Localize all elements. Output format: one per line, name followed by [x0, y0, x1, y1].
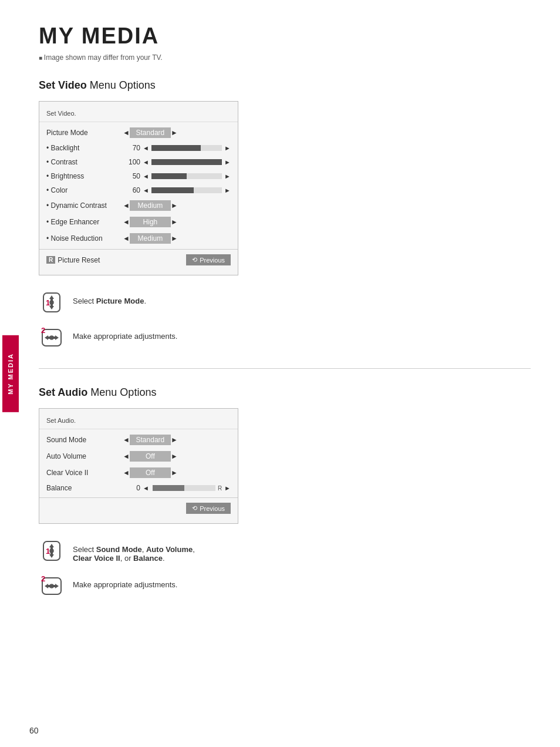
set-video-box-title: Set Video. [39, 106, 238, 122]
audio-footer-row: ⟲ Previous [39, 497, 238, 519]
page-title: MY MEDIA [39, 23, 531, 49]
up-down-remote-icon: 1 [39, 290, 65, 315]
svg-rect-8 [48, 337, 55, 339]
video-footer-row: R Picture Reset ⟲ Previous [39, 249, 238, 270]
audio-step-1: 1 Select Sound Mode, Auto Volume, Clear … [39, 538, 531, 564]
main-content: MY MEDIA Image shown may differ from you… [21, 0, 560, 640]
audio-up-down-remote-icon: 1 [39, 538, 65, 564]
color-row: • Color 60 ◄ ► [39, 183, 238, 197]
edge-enhancer-row: • Edge Enhancer ◄ High ► [39, 214, 238, 230]
picture-mode-arrow-right[interactable]: ► [171, 129, 178, 137]
svg-marker-21 [55, 584, 59, 588]
backlight-bar [151, 145, 222, 151]
balance-row: Balance 0 ◄ R ► [39, 481, 238, 495]
svg-text:2: 2 [41, 574, 45, 583]
set-video-heading: Set Video Menu Options [39, 79, 531, 92]
dynamic-contrast-value: Medium [130, 200, 171, 211]
picture-mode-arrow-left[interactable]: ◄ [123, 129, 130, 137]
video-steps: 1 Select Picture Mode. 2 Make appropriat… [39, 290, 531, 351]
sound-mode-value: Standard [130, 435, 171, 445]
video-step-1: 1 Select Picture Mode. [39, 290, 531, 315]
backlight-row: • Backlight 70 ◄ ► [39, 141, 238, 155]
set-audio-heading: Set Audio Menu Options [39, 386, 531, 399]
svg-text:1: 1 [46, 547, 50, 556]
noise-reduction-row: • Noise Reduction ◄ Medium ► [39, 230, 238, 247]
color-bar [151, 187, 222, 193]
svg-marker-9 [55, 335, 59, 340]
svg-marker-19 [45, 584, 48, 588]
picture-mode-row: Picture Mode ◄ Standard ► [39, 124, 238, 141]
brightness-row: • Brightness 50 ◄ ► [39, 169, 238, 183]
video-previous-button[interactable]: ⟲ Previous [186, 254, 231, 265]
picture-mode-label: Picture Mode [46, 129, 123, 137]
audio-left-right-remote-icon: 2 [39, 573, 65, 599]
contrast-row: • Contrast 100 ◄ ► [39, 155, 238, 169]
svg-rect-2 [50, 299, 53, 306]
edge-enhancer-value: High [130, 217, 171, 227]
sound-mode-row: Sound Mode ◄ Standard ► [39, 432, 238, 448]
svg-text:1: 1 [46, 298, 50, 307]
svg-text:2: 2 [41, 326, 45, 335]
svg-rect-14 [50, 547, 53, 554]
auto-volume-row: Auto Volume ◄ Off ► [39, 448, 238, 465]
audio-steps: 1 Select Sound Mode, Auto Volume, Clear … [39, 538, 531, 599]
clear-voice-row: Clear Voice II ◄ Off ► [39, 465, 238, 481]
sidebar-label: MY MEDIA [2, 335, 19, 412]
subtitle: Image shown may differ from your TV. [39, 53, 531, 62]
contrast-bar [151, 159, 222, 165]
svg-marker-7 [45, 335, 48, 340]
svg-rect-20 [48, 585, 55, 587]
picture-reset-label: R Picture Reset [46, 256, 186, 264]
video-step-1-text: Select Picture Mode. [73, 290, 146, 305]
brightness-bar [151, 173, 222, 179]
audio-step-2: 2 Make appropriate adjustments. [39, 573, 531, 599]
set-audio-box-title: Set Audio. [39, 413, 238, 429]
picture-mode-value: Standard [130, 127, 171, 138]
left-right-remote-icon: 2 [39, 325, 65, 351]
sidebar: MY MEDIA [0, 0, 21, 747]
dynamic-contrast-row: • Dynamic Contrast ◄ Medium ► [39, 197, 238, 214]
audio-step-1-text: Select Sound Mode, Auto Volume, Clear Vo… [73, 538, 195, 563]
audio-previous-button[interactable]: ⟲ Previous [186, 503, 231, 514]
noise-reduction-value: Medium [130, 233, 171, 244]
page-number: 60 [29, 726, 39, 735]
auto-volume-value: Off [130, 451, 171, 462]
set-audio-menu-box: Set Audio. Sound Mode ◄ Standard ► Auto … [39, 408, 238, 524]
clear-voice-value: Off [130, 467, 171, 478]
balance-bar [153, 485, 215, 491]
video-step-2: 2 Make appropriate adjustments. [39, 325, 531, 351]
audio-step-2-text: Make appropriate adjustments. [73, 573, 177, 589]
video-step-2-text: Make appropriate adjustments. [73, 325, 177, 341]
section-divider-1 [39, 368, 531, 369]
set-video-menu-box: Set Video. Picture Mode ◄ Standard ► • B… [39, 101, 238, 275]
